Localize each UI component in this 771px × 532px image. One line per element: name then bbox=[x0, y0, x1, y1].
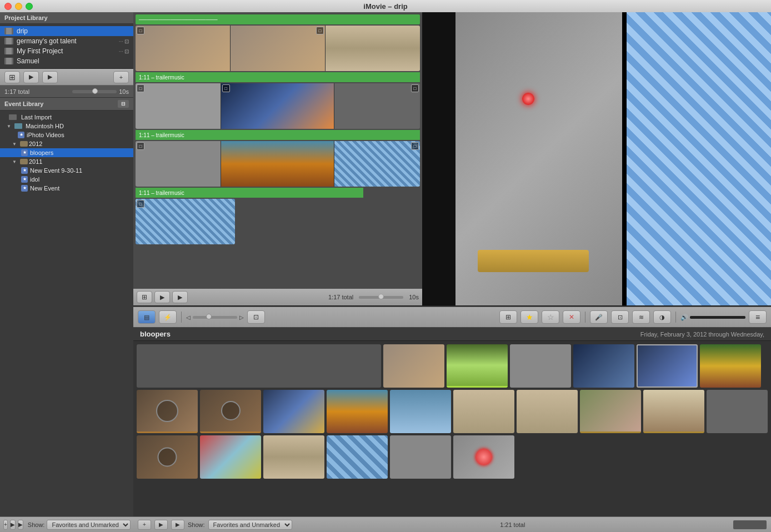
list-item[interactable] bbox=[383, 344, 444, 388]
list-item[interactable] bbox=[447, 344, 508, 388]
event-view-button[interactable]: ⚡ bbox=[159, 310, 177, 324]
event-item-last-import[interactable]: Last Import bbox=[0, 113, 133, 122]
list-item[interactable] bbox=[200, 435, 261, 479]
zoom-slider[interactable] bbox=[193, 316, 237, 319]
list-item[interactable] bbox=[263, 390, 324, 433]
event-item-macintosh[interactable]: ▼ Macintosh HD bbox=[0, 122, 133, 131]
color-button[interactable]: ◑ bbox=[653, 310, 671, 324]
star-event-icon: ★ bbox=[21, 185, 28, 192]
list-item[interactable] bbox=[327, 390, 388, 433]
project-clips-area: ──────────────────── □ □ bbox=[133, 12, 422, 305]
list-item[interactable] bbox=[390, 435, 451, 479]
clip-row[interactable]: □ □ □ bbox=[136, 83, 420, 129]
event-item-bloopers[interactable]: ★ bloopers bbox=[0, 148, 133, 157]
list-item[interactable] bbox=[510, 344, 571, 388]
list-item[interactable] bbox=[200, 390, 261, 433]
zoom-in-icon[interactable]: ▷ bbox=[239, 314, 244, 320]
show-label: Show: bbox=[28, 521, 45, 528]
event-item-2011[interactable]: ▼ 2011 bbox=[0, 157, 133, 166]
event-item-2012[interactable]: ▼ 2012 bbox=[0, 139, 133, 148]
zoom-out-icon[interactable]: ◁ bbox=[186, 314, 191, 320]
project-zoom-slider[interactable] bbox=[359, 296, 403, 299]
event-browser-date: Friday, February 3, 2012 through Wednesd… bbox=[640, 331, 764, 338]
add-event-btn[interactable]: + bbox=[138, 520, 151, 530]
volume-controls: 🔊 bbox=[680, 314, 745, 321]
reject-button[interactable]: ✕ bbox=[563, 310, 580, 324]
list-item[interactable] bbox=[643, 390, 704, 433]
project-item-samuel[interactable]: Samuel bbox=[0, 56, 133, 66]
project-play-btn[interactable]: ▶ bbox=[154, 291, 170, 303]
zoom-slider-thumb bbox=[206, 314, 212, 319]
list-item[interactable] bbox=[327, 435, 388, 479]
import-button[interactable]: ⊞ bbox=[4, 71, 20, 83]
clip-view-button[interactable]: ▤ bbox=[138, 310, 156, 324]
snapshot-button[interactable]: ⊡ bbox=[247, 310, 265, 324]
event-item-newevent-30[interactable]: ★ New Event 9-30-11 bbox=[0, 166, 133, 175]
close-button[interactable] bbox=[4, 3, 12, 10]
project-item-drip[interactable]: drip bbox=[0, 26, 133, 36]
star-event-icon: ★ bbox=[18, 132, 24, 138]
list-item[interactable] bbox=[580, 390, 641, 433]
list-item[interactable] bbox=[573, 344, 634, 388]
toolbar-divider bbox=[675, 312, 676, 323]
list-item[interactable] bbox=[453, 390, 514, 433]
list-item[interactable] bbox=[137, 435, 198, 479]
zoom-bar[interactable] bbox=[733, 520, 767, 529]
list-item[interactable] bbox=[707, 390, 768, 433]
select-tool-button[interactable]: ⊞ bbox=[499, 310, 517, 324]
settings-button[interactable]: ≡ bbox=[749, 310, 767, 324]
event-item-label: New Event 9-30-11 bbox=[30, 167, 82, 174]
project-play-from-btn[interactable]: ▶ bbox=[172, 291, 188, 303]
clip-marker: □ bbox=[411, 142, 419, 150]
unmark-button[interactable]: ☆ bbox=[542, 310, 559, 324]
maximize-button[interactable] bbox=[26, 3, 33, 10]
thumb-blank-large[interactable] bbox=[137, 344, 381, 388]
play-event-from-button[interactable]: ▶ bbox=[18, 520, 23, 530]
play-from-start-button[interactable]: ▶ bbox=[42, 71, 58, 83]
microphone-button[interactable]: 🎤 bbox=[590, 310, 608, 324]
clip-row[interactable]: □ □ bbox=[136, 141, 420, 187]
video-preview-pane bbox=[422, 12, 771, 305]
expand-triangle-icon: ▼ bbox=[7, 124, 11, 129]
project-item-germany[interactable]: germany's got talent ··· ⊡ bbox=[0, 36, 133, 46]
slider-thumb bbox=[378, 294, 384, 299]
event-item-newevent[interactable]: ★ New Event bbox=[0, 184, 133, 193]
clip-row[interactable]: □ □ bbox=[136, 26, 420, 71]
folder-icon bbox=[20, 141, 28, 147]
event-item-idol[interactable]: ★ idol bbox=[0, 175, 133, 184]
thumbnail-grid[interactable] bbox=[133, 341, 771, 516]
list-item[interactable] bbox=[637, 344, 698, 388]
event-item-label: 2011 bbox=[29, 158, 42, 165]
list-item[interactable] bbox=[263, 435, 324, 479]
project-clips-scroll[interactable]: ──────────────────── □ □ bbox=[133, 12, 422, 289]
crop-button[interactable]: ⊡ bbox=[611, 310, 629, 324]
minimize-button[interactable] bbox=[15, 3, 22, 10]
volume-slider[interactable] bbox=[690, 316, 745, 319]
mark-favorite-button[interactable]: ★ bbox=[520, 310, 538, 324]
preview-red-eye bbox=[522, 93, 534, 105]
event-item-iphoto[interactable]: ★ iPhoto Videos bbox=[0, 131, 133, 139]
audio-button[interactable]: ≋ bbox=[632, 310, 650, 324]
list-item[interactable] bbox=[390, 390, 451, 433]
zombie-eye-small bbox=[475, 449, 492, 465]
hd-icon bbox=[14, 123, 22, 129]
clock-visual bbox=[221, 401, 241, 420]
project-item-myfirst[interactable]: My First Project ··· ⊡ bbox=[0, 46, 133, 56]
list-item[interactable] bbox=[453, 435, 514, 479]
event-library-toggle[interactable]: ⊟ bbox=[118, 100, 129, 108]
show-select[interactable]: Favorites and Unmarked All Clips Favorit… bbox=[47, 520, 131, 530]
add-clip-button[interactable]: + bbox=[113, 71, 129, 83]
clip-cell: □ bbox=[231, 26, 326, 71]
play-btn[interactable]: ▶ bbox=[154, 520, 168, 530]
list-item[interactable] bbox=[517, 390, 578, 433]
add-event-button[interactable]: + bbox=[3, 520, 8, 530]
event-library-header: Event Library ⊟ bbox=[0, 98, 133, 111]
list-item[interactable] bbox=[700, 344, 761, 388]
show-dropdown[interactable]: Favorites and Unmarked All Clips Favorit… bbox=[208, 520, 292, 530]
clip-row[interactable]: □ bbox=[136, 199, 235, 244]
project-import-btn[interactable]: ⊞ bbox=[137, 291, 152, 303]
play-from-btn[interactable]: ▶ bbox=[171, 520, 184, 530]
play-event-button[interactable]: ▶ bbox=[10, 520, 16, 530]
play-selection-button[interactable]: ▶ bbox=[23, 71, 39, 83]
list-item[interactable] bbox=[137, 390, 198, 433]
